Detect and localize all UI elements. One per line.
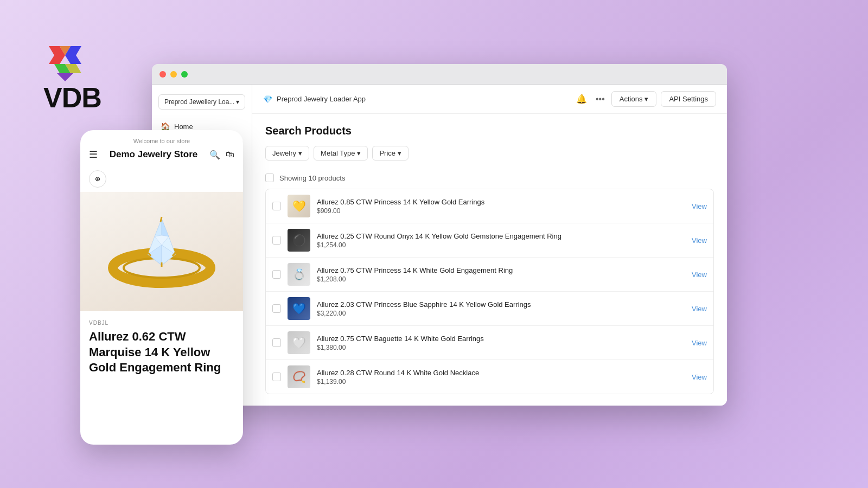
mobile-cart-icon[interactable]: 🛍 <box>226 150 234 159</box>
main-header-left: 💎 Preprod Jewelry Loader App <box>263 95 366 104</box>
table-row: 💙 Allurez 2.03 CTW Princess Blue Sapphir… <box>266 292 713 326</box>
ring-svg <box>102 203 221 300</box>
filter-bar: Jewelry ▾ Metal Type ▾ Price ▾ <box>265 146 714 160</box>
app-title: Preprod Jewelry Loader App <box>277 95 366 103</box>
more-options-icon[interactable]: ••• <box>593 92 607 106</box>
product-image-1: ⚫ <box>288 229 310 252</box>
mobile-search-row: ⊕ <box>80 166 243 192</box>
product-view-1[interactable]: View <box>692 236 707 245</box>
product-info-5: Allurez 0.28 CTW Round 14 K White Gold N… <box>317 369 685 386</box>
mobile-store-header: ☰ Demo Jewelry Store 🔍 🛍 <box>89 149 234 160</box>
traffic-light-yellow[interactable] <box>170 71 177 78</box>
sidebar-item-home-label: Home <box>174 123 193 131</box>
mobile-welcome: Welcome to our store <box>89 138 234 144</box>
earrings-icon-3: 💙 <box>288 297 310 320</box>
filter-jewelry[interactable]: Jewelry ▾ <box>265 146 309 160</box>
product-image-0: 💛 <box>288 195 310 217</box>
mobile-location-icon[interactable]: ⊕ <box>89 170 106 188</box>
product-checkbox-3[interactable] <box>272 304 281 313</box>
ring-icon-2: 💍 <box>288 263 310 286</box>
necklace-icon-5: 📿 <box>288 365 310 388</box>
traffic-light-red[interactable] <box>159 71 166 78</box>
product-price-4: $1,380.00 <box>317 344 685 351</box>
vdb-logo: VDB <box>43 43 101 112</box>
filter-price[interactable]: Price ▾ <box>372 146 409 160</box>
showing-row: Showing 10 products <box>265 169 714 187</box>
notification-icon[interactable]: 🔔 <box>574 92 589 106</box>
home-icon: 🏠 <box>161 122 170 131</box>
product-checkbox-4[interactable] <box>272 338 281 347</box>
product-name-1: Allurez 0.25 CTW Round Onyx 14 K Yellow … <box>317 232 685 240</box>
product-name-3: Allurez 2.03 CTW Princess Blue Sapphire … <box>317 300 685 309</box>
product-view-4[interactable]: View <box>692 339 707 347</box>
product-info-1: Allurez 0.25 CTW Round Onyx 14 K Yellow … <box>317 232 685 249</box>
product-name-4: Allurez 0.75 CTW Baguette 14 K White Gol… <box>317 335 685 343</box>
mobile-overlay: Welcome to our store ☰ Demo Jewelry Stor… <box>80 130 243 445</box>
product-view-3[interactable]: View <box>692 305 707 313</box>
table-row: 💍 Allurez 0.75 CTW Princess 14 K White G… <box>266 258 713 292</box>
product-view-0[interactable]: View <box>692 202 707 210</box>
browser-titlebar <box>152 64 727 85</box>
product-info-3: Allurez 2.03 CTW Princess Blue Sapphire … <box>317 300 685 317</box>
filter-price-chevron: ▾ <box>398 149 401 157</box>
mobile-topbar: Welcome to our store ☰ Demo Jewelry Stor… <box>80 130 243 166</box>
mobile-search-icon[interactable]: 🔍 <box>209 150 220 160</box>
earrings-icon-0: 💛 <box>288 195 310 217</box>
vdb-text: VDB <box>43 84 101 112</box>
mobile-menu-icon[interactable]: ☰ <box>89 149 98 160</box>
product-price-1: $1,254.00 <box>317 241 685 249</box>
api-settings-label: API Settings <box>669 95 708 103</box>
product-info-0: Allurez 0.85 CTW Princess 14 K Yellow Go… <box>317 198 685 215</box>
mobile-product-label: VDBJL Allurez 0.62 CTW Marquise 14 K Yel… <box>80 311 243 376</box>
select-all-checkbox[interactable] <box>265 174 274 182</box>
product-view-2[interactable]: View <box>692 271 707 279</box>
table-row: ⚫ Allurez 0.25 CTW Round Onyx 14 K Yello… <box>266 223 713 258</box>
actions-label: Actions <box>620 95 643 103</box>
app-icon: 💎 <box>263 95 272 104</box>
mobile-store-name: Demo Jewelry Store <box>110 149 198 160</box>
table-row: 🤍 Allurez 0.75 CTW Baguette 14 K White G… <box>266 326 713 360</box>
filter-price-label: Price <box>379 149 395 157</box>
sidebar-store-dropdown[interactable]: Preprod Jewellery Loa... ▾ <box>158 94 245 110</box>
filter-metal-type[interactable]: Metal Type ▾ <box>314 146 368 160</box>
mobile-product-title: Allurez 0.62 CTW Marquise 14 K Yellow Go… <box>89 329 234 376</box>
filter-metal-chevron: ▾ <box>357 149 361 157</box>
earrings-icon-4: 🤍 <box>288 331 310 354</box>
product-checkbox-5[interactable] <box>272 373 281 381</box>
actions-button[interactable]: Actions ▾ <box>611 91 657 107</box>
location-icon: ⊕ <box>95 175 100 183</box>
svg-marker-5 <box>57 73 73 81</box>
filter-jewelry-chevron: ▾ <box>298 149 302 157</box>
product-list: 💛 Allurez 0.85 CTW Princess 14 K Yellow … <box>265 189 714 394</box>
main-header-right: 🔔 ••• Actions ▾ API Settings <box>574 91 716 107</box>
product-info-4: Allurez 0.75 CTW Baguette 14 K White Gol… <box>317 335 685 351</box>
svg-marker-10 <box>162 219 169 236</box>
product-image-2: 💍 <box>288 263 310 286</box>
sidebar-dropdown-label: Preprod Jewellery Loa... <box>164 98 234 106</box>
mobile-product-sku: VDBJL <box>89 320 234 326</box>
showing-count: Showing 10 products <box>279 174 345 182</box>
product-image-3: 💙 <box>288 297 310 320</box>
product-checkbox-1[interactable] <box>272 236 281 245</box>
api-settings-button[interactable]: API Settings <box>661 91 716 107</box>
product-name-0: Allurez 0.85 CTW Princess 14 K Yellow Go… <box>317 198 685 206</box>
product-view-5[interactable]: View <box>692 373 707 381</box>
svg-line-15 <box>161 217 162 222</box>
main-panel: 💎 Preprod Jewelry Loader App 🔔 ••• Actio… <box>252 85 727 406</box>
table-row: 📿 Allurez 0.28 CTW Round 14 K White Gold… <box>266 360 713 394</box>
product-name-5: Allurez 0.28 CTW Round 14 K White Gold N… <box>317 369 685 377</box>
filter-jewelry-label: Jewelry <box>272 149 296 157</box>
traffic-light-green[interactable] <box>181 71 188 78</box>
product-checkbox-0[interactable] <box>272 202 281 210</box>
product-price-0: $909.00 <box>317 207 685 215</box>
product-price-3: $3,220.00 <box>317 310 685 317</box>
search-section: Search Products Jewelry ▾ Metal Type ▾ P… <box>252 114 727 405</box>
product-image-5: 📿 <box>288 365 310 388</box>
product-price-5: $1,139.00 <box>317 378 685 386</box>
mobile-product-image <box>80 192 243 311</box>
product-checkbox-2[interactable] <box>272 270 281 279</box>
mobile-icons: 🔍 🛍 <box>209 150 234 160</box>
product-info-2: Allurez 0.75 CTW Princess 14 K White Gol… <box>317 266 685 283</box>
filter-metal-type-label: Metal Type <box>321 149 355 157</box>
chevron-down-icon: ▾ <box>236 98 239 106</box>
